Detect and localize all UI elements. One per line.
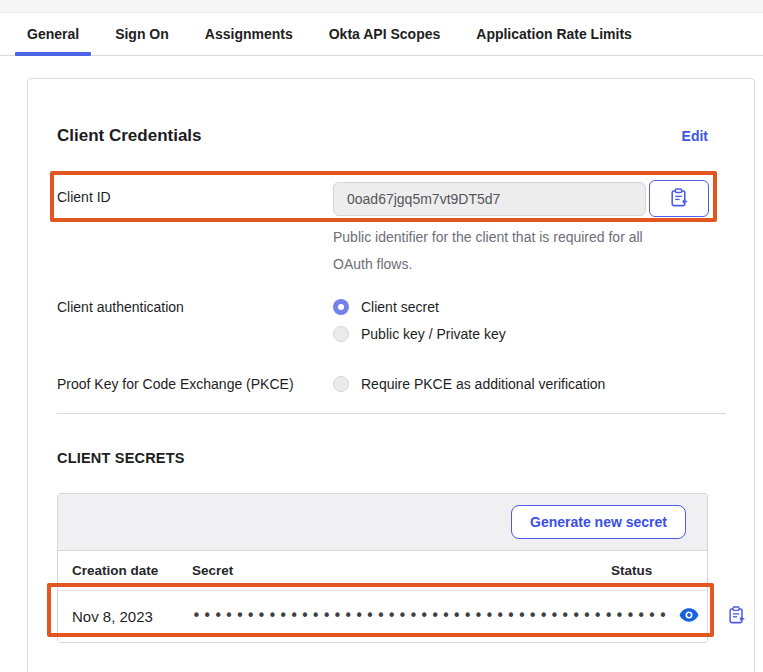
copy-client-id-button[interactable] (649, 180, 709, 217)
radio-unselected-icon[interactable] (333, 326, 349, 342)
client-secrets-title: CLIENT SECRETS (57, 450, 708, 466)
section-divider (57, 413, 726, 414)
table-row: Nov 8, 2023 ••••••••••••••••••••••••••••… (58, 590, 707, 642)
generate-new-secret-button[interactable]: Generate new secret (511, 505, 686, 539)
radio-label: Public key / Private key (361, 326, 506, 342)
column-header-secret: Secret (192, 563, 567, 578)
client-id-value-group: 0oad67jgq5m7vt9DT5d7 Public identifier f… (333, 180, 709, 278)
column-header-status: Status (567, 563, 693, 578)
clipboard-copy-icon (729, 606, 745, 627)
client-id-help-text: Public identifier for the client that is… (333, 224, 681, 278)
tab-application-rate-limits[interactable]: Application Rate Limits (464, 13, 644, 55)
pkce-option-label: Require PKCE as additional verification (361, 376, 605, 392)
pkce-label: Proof Key for Code Exchange (PKCE) (57, 375, 333, 392)
column-header-creation-date: Creation date (72, 563, 192, 578)
radio-client-secret[interactable]: Client secret (333, 298, 506, 317)
pkce-row: Proof Key for Code Exchange (PKCE) Requi… (57, 375, 708, 394)
secrets-table-header-row: Creation date Secret Status (58, 551, 707, 590)
client-authentication-row: Client authentication Client secret Publ… (57, 298, 708, 344)
tab-general[interactable]: General (15, 13, 91, 55)
radio-selected-icon[interactable] (333, 299, 349, 315)
client-credentials-header: Client Credentials Edit (57, 126, 708, 146)
masked-secret-value: ••••••••••••••••••••••••••••••••••••••••… (192, 607, 669, 625)
client-id-label: Client ID (57, 180, 333, 205)
creation-date-cell: Nov 8, 2023 (72, 608, 192, 625)
edit-link[interactable]: Edit (682, 128, 708, 144)
pkce-checkbox-option[interactable]: Require PKCE as additional verification (333, 375, 605, 394)
clipboard-copy-icon (671, 188, 688, 210)
checkbox-unchecked-icon[interactable] (333, 376, 349, 392)
client-credentials-card: Client Credentials Edit Client ID 0oad67… (27, 78, 755, 672)
top-strip (0, 0, 763, 13)
radio-public-private-key[interactable]: Public key / Private key (333, 325, 506, 344)
client-id-row: Client ID 0oad67jgq5m7vt9DT5d7 (57, 180, 708, 278)
app-tab-bar: General Sign On Assignments Okta API Sco… (0, 13, 763, 56)
secrets-table-toolbar: Generate new secret (58, 494, 707, 551)
client-id-field[interactable]: 0oad67jgq5m7vt9DT5d7 (333, 182, 646, 216)
eye-icon (679, 608, 699, 625)
secret-cell: ••••••••••••••••••••••••••••••••••••••••… (192, 604, 747, 629)
tab-sign-on[interactable]: Sign On (103, 13, 181, 55)
copy-secret-button[interactable] (727, 604, 747, 629)
client-authentication-label: Client authentication (57, 298, 333, 315)
tab-okta-api-scopes[interactable]: Okta API Scopes (317, 13, 453, 55)
reveal-secret-button[interactable] (677, 606, 701, 627)
radio-label: Client secret (361, 299, 439, 315)
section-title: Client Credentials (57, 126, 202, 146)
status-cell: Active ▾ (747, 598, 763, 634)
tab-assignments[interactable]: Assignments (193, 13, 305, 55)
client-secrets-table: Generate new secret Creation date Secret… (57, 493, 708, 643)
